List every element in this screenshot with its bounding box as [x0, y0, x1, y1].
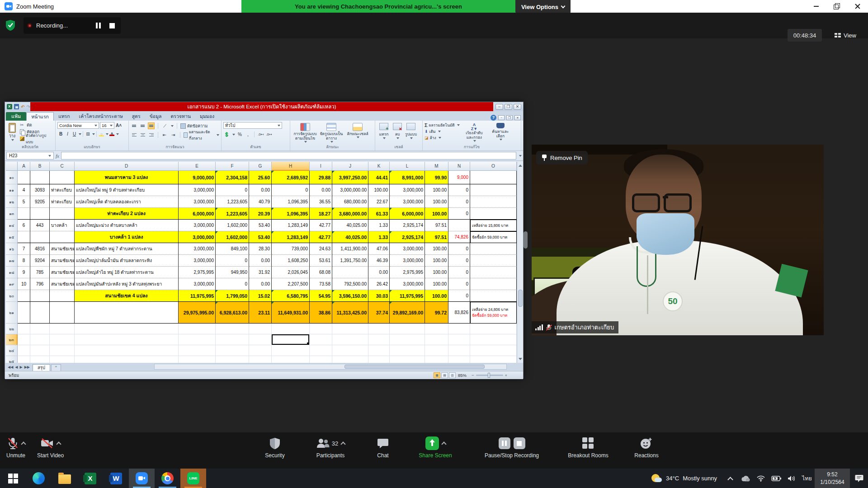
taskbar-word[interactable]: W	[103, 469, 129, 488]
format-as-table-button[interactable]: จัดรูปแบบเป็นตาราง	[318, 122, 344, 145]
ribbon-minimize-icon[interactable]: −	[498, 115, 505, 120]
grid-cell[interactable]: สนามชัยเขต	[50, 278, 75, 290]
align-middle-icon[interactable]	[139, 122, 146, 129]
grid-cell[interactable]: 0	[216, 278, 249, 290]
grid-cell[interactable]: 6,580,795	[272, 290, 310, 302]
formula-bar-expand-icon[interactable]	[519, 155, 522, 157]
align-left-icon[interactable]	[131, 131, 137, 138]
grid-cell[interactable]: 3,997,250.00	[332, 171, 368, 184]
grid-cell[interactable]: 1,799,050	[216, 290, 249, 302]
grid-cell[interactable]: 2,975,995	[179, 267, 216, 278]
grid-cell[interactable]	[470, 345, 517, 356]
row-header[interactable]: ๑๘	[6, 267, 18, 278]
grid-cell[interactable]	[470, 196, 517, 208]
unmute-button[interactable]: Unmute	[6, 432, 25, 469]
comma-icon[interactable]: ,	[245, 131, 251, 138]
page-break-view-icon[interactable]: ▥	[449, 372, 456, 378]
grid-cell[interactable]	[368, 345, 390, 356]
grid-cell[interactable]: 6,000,000	[179, 208, 216, 220]
grid-cell[interactable]: 949,950	[216, 267, 249, 278]
fill-color-button[interactable]: ◌	[98, 131, 105, 137]
share-scroll-thumb[interactable]	[524, 231, 528, 249]
grid-cell[interactable]: 739,000	[272, 243, 310, 255]
quick-access-toolbar[interactable]: ↶ ↷	[5, 104, 30, 109]
grid-cell[interactable]	[30, 334, 50, 345]
remove-pin-button[interactable]: Remove Pin	[536, 151, 588, 164]
paste-button[interactable]: วาง	[7, 122, 18, 142]
grid-cell[interactable]	[470, 278, 517, 290]
grid-cell[interactable]: 0	[448, 255, 470, 267]
grid-cell[interactable]	[249, 334, 272, 345]
grid-cell[interactable]: 40.79	[249, 196, 272, 208]
grid-cell[interactable]	[390, 356, 425, 363]
grid-cell[interactable]	[470, 208, 517, 220]
grid-cell[interactable]	[18, 345, 30, 356]
grid-cell[interactable]: ท่าตะเกียบ 2 แปลง	[75, 208, 179, 220]
grid-cell[interactable]	[30, 171, 50, 184]
row-header[interactable]: ๒๔	[6, 345, 18, 356]
grid-cell[interactable]: 9204	[30, 255, 50, 267]
grid-cell[interactable]: เหลือจ่าย 15,806 บาท	[470, 220, 517, 231]
grid-cell[interactable]: 0	[448, 208, 470, 220]
grid-cell[interactable]	[179, 324, 216, 334]
tab-file[interactable]: แฟ้ม	[6, 112, 26, 121]
grid-cell[interactable]: 9205	[30, 196, 50, 208]
grid-cell[interactable]: เหลือจ่าย 24,806 บาทจัดซื้ออีก 59,000 บา…	[470, 302, 517, 324]
grid-cell[interactable]	[470, 255, 517, 267]
grid-cell[interactable]	[30, 356, 50, 363]
grid-cell[interactable]: 3,000,000	[390, 278, 425, 290]
clear-button[interactable]: ◪ล้าง	[425, 135, 460, 141]
grid-cell[interactable]	[310, 345, 332, 356]
grid-cell[interactable]	[50, 302, 75, 324]
grid-cell[interactable]: 849,100	[216, 243, 249, 255]
sheet-tab[interactable]: สรุป	[33, 364, 50, 371]
grid-cell[interactable]: 3,000,000	[179, 278, 216, 290]
pause-stop-recording-button[interactable]: Pause/Stop Recording	[472, 432, 552, 469]
bold-button[interactable]: B	[57, 131, 64, 137]
grid-cell[interactable]	[470, 356, 517, 363]
insert-cells-button[interactable]: แทรก	[377, 122, 391, 145]
chevron-up-icon[interactable]	[441, 441, 446, 446]
grid-cell[interactable]	[310, 356, 332, 363]
chat-button[interactable]: Chat	[367, 432, 399, 469]
align-center-icon[interactable]	[139, 131, 146, 138]
grid-cell[interactable]: 0	[448, 184, 470, 196]
security-button[interactable]: Security	[256, 432, 294, 469]
grid-cell[interactable]: 2,975,995	[390, 267, 425, 278]
workbook-close-icon[interactable]: ✕	[514, 115, 521, 120]
grid-cell[interactable]: 3,000,000.00	[332, 184, 368, 196]
share-screen-button[interactable]: Share Screen	[403, 432, 467, 469]
decrease-indent-icon[interactable]: ⇤	[161, 131, 168, 138]
grid-cell[interactable]: 3093	[30, 184, 50, 196]
grid-cell[interactable]	[310, 324, 332, 334]
grid-cell[interactable]: 97.51	[425, 231, 448, 243]
view-layout-button[interactable]: View	[826, 29, 864, 42]
grid-cell[interactable]: บางคล้า	[50, 220, 75, 231]
row-header[interactable]: ๑๗	[6, 255, 18, 267]
redo-icon[interactable]: ↷	[27, 104, 30, 109]
grid-cell[interactable]: 0	[216, 255, 249, 267]
formula-input[interactable]	[61, 152, 516, 160]
grid-cell[interactable]: 8	[18, 255, 30, 267]
grow-font-button[interactable]: A˄	[115, 122, 122, 129]
grid-cell[interactable]	[216, 324, 249, 334]
grid-cell[interactable]: 796	[30, 278, 50, 290]
grid-cell[interactable]: 53.40	[249, 231, 272, 243]
fill-button[interactable]: ⬇เติม	[425, 128, 460, 134]
grid-cell[interactable]: 0.00	[249, 184, 272, 196]
grid-cell[interactable]	[18, 290, 30, 302]
undo-icon[interactable]: ↶	[21, 104, 24, 109]
ribbon-tab-5[interactable]: ตรวจทาน	[166, 112, 196, 121]
grid-cell[interactable]: 443	[30, 220, 50, 231]
grid-cell[interactable]	[448, 345, 470, 356]
grid-cell[interactable]: 0	[448, 278, 470, 290]
column-header-G[interactable]: G	[249, 162, 272, 171]
column-header-M[interactable]: M	[425, 162, 448, 171]
grid-cell[interactable]: 0.00	[249, 255, 272, 267]
grid-cell[interactable]	[179, 356, 216, 363]
chevron-up-icon[interactable]	[21, 441, 26, 446]
format-cells-button[interactable]: รูปแบบ	[404, 122, 418, 145]
grid-cell[interactable]	[332, 324, 368, 334]
grid-cell[interactable]	[332, 334, 368, 345]
scroll-up-icon[interactable]	[519, 164, 522, 167]
